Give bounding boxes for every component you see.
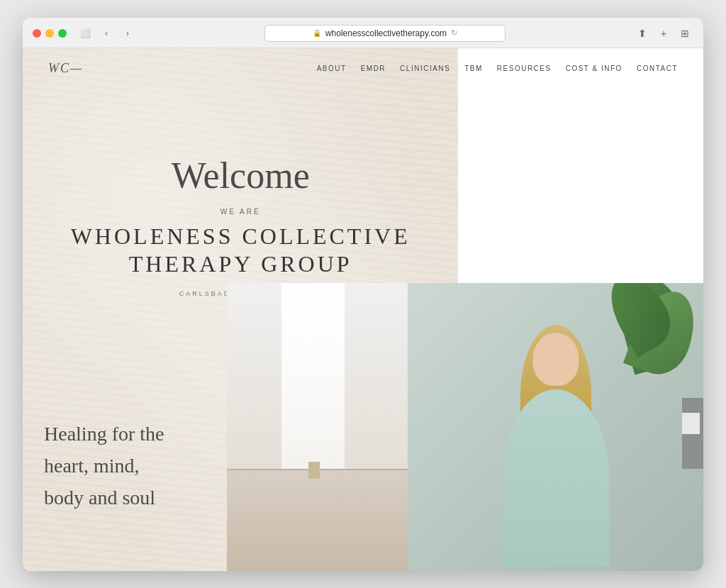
healing-script: Healing for the heart, mind, body and so… bbox=[44, 418, 200, 514]
website-content: WC— ABOUT EMDR CLINICIANS TBM RESOURCES … bbox=[23, 48, 703, 571]
nav-about[interactable]: ABOUT bbox=[317, 65, 347, 72]
browser-chrome: ⬜ ‹ › 🔒 wholenesscollectivetherapy.com ↻… bbox=[23, 18, 703, 48]
close-button[interactable] bbox=[33, 29, 41, 38]
body-element bbox=[503, 389, 609, 567]
browser-window: ⬜ ‹ › 🔒 wholenesscollectivetherapy.com ↻… bbox=[23, 18, 703, 571]
nav-clinicians[interactable]: CLINICIANS bbox=[400, 65, 450, 72]
back-button[interactable]: ‹ bbox=[98, 26, 115, 40]
studio-name-line1: WHOLENESS COLLECTIVE bbox=[71, 223, 411, 249]
address-bar[interactable]: 🔒 wholenesscollectivetherapy.com ↻ bbox=[264, 25, 506, 42]
nav-resources[interactable]: RESOURCES bbox=[497, 65, 552, 72]
pencil-cup-decoration bbox=[308, 462, 320, 479]
site-nav: WC— ABOUT EMDR CLINICIANS TBM RESOURCES … bbox=[23, 48, 703, 89]
new-tab-button[interactable]: + bbox=[655, 25, 672, 42]
therapist-photo bbox=[485, 312, 627, 571]
room-interior bbox=[227, 283, 408, 570]
nav-contact[interactable]: CONTACT bbox=[637, 65, 678, 72]
shelf-box-decoration bbox=[682, 413, 700, 434]
studio-name: WHOLENESS COLLECTIVE THERAPY GROUP bbox=[71, 223, 411, 277]
address-bar-container: 🔒 wholenesscollectivetherapy.com ↻ bbox=[143, 25, 627, 42]
studio-name-line2: THERAPY GROUP bbox=[129, 251, 352, 277]
we-are-text: WE ARE bbox=[220, 208, 261, 216]
tagline-line3: body and soul bbox=[44, 487, 155, 509]
nav-tbm[interactable]: TBM bbox=[464, 65, 483, 72]
hero-section: WC— ABOUT EMDR CLINICIANS TBM RESOURCES … bbox=[23, 48, 703, 571]
site-logo[interactable]: WC— bbox=[48, 61, 83, 76]
tagline-line1: Healing for the bbox=[44, 423, 164, 445]
forward-button[interactable]: › bbox=[119, 26, 136, 40]
nav-links: ABOUT EMDR CLINICIANS TBM RESOURCES COST… bbox=[317, 65, 678, 72]
url-text: wholenesscollectivetherapy.com bbox=[325, 28, 447, 38]
tab-overview-button[interactable]: ⊞ bbox=[676, 25, 693, 42]
share-button[interactable]: ⬆ bbox=[634, 25, 651, 42]
traffic-lights bbox=[33, 29, 67, 38]
face-element bbox=[532, 333, 579, 386]
maximize-button[interactable] bbox=[58, 29, 67, 38]
nav-emdr[interactable]: EMDR bbox=[361, 65, 386, 72]
nav-cost-info[interactable]: COST & INFO bbox=[566, 65, 622, 72]
photo-collage bbox=[227, 283, 703, 570]
browser-actions: ⬆ + ⊞ bbox=[634, 25, 693, 42]
healing-tagline: Healing for the heart, mind, body and so… bbox=[44, 418, 200, 514]
photo-therapist bbox=[408, 283, 703, 570]
welcome-script: Welcome bbox=[172, 155, 310, 196]
sidebar-toggle-button[interactable]: ⬜ bbox=[77, 26, 94, 40]
minimize-button[interactable] bbox=[45, 29, 54, 38]
reload-icon: ↻ bbox=[451, 28, 457, 38]
photo-room bbox=[227, 283, 408, 570]
browser-controls: ⬜ ‹ › bbox=[77, 26, 136, 40]
lock-icon: 🔒 bbox=[313, 29, 321, 37]
tagline-line2: heart, mind, bbox=[44, 455, 140, 477]
